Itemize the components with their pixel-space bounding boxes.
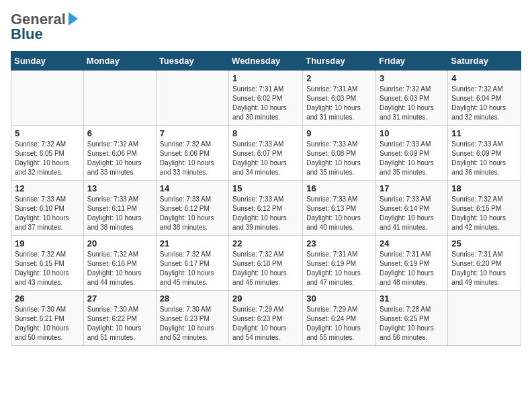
day-number: 17	[380, 183, 444, 193]
day-info: Sunrise: 7:30 AM Sunset: 6:21 PM Dayligh…	[15, 305, 80, 342]
day-info: Sunrise: 7:32 AM Sunset: 6:06 PM Dayligh…	[160, 140, 225, 177]
day-info: Sunrise: 7:33 AM Sunset: 6:09 PM Dayligh…	[380, 140, 444, 177]
day-info: Sunrise: 7:33 AM Sunset: 6:07 PM Dayligh…	[232, 140, 299, 177]
calendar-cell: 27Sunrise: 7:30 AM Sunset: 6:22 PM Dayli…	[83, 291, 156, 346]
calendar-cell: 25Sunrise: 7:31 AM Sunset: 6:20 PM Dayli…	[448, 236, 521, 291]
day-info: Sunrise: 7:33 AM Sunset: 6:12 PM Dayligh…	[232, 195, 299, 232]
calendar-cell: 20Sunrise: 7:32 AM Sunset: 6:16 PM Dayli…	[83, 236, 156, 291]
day-info: Sunrise: 7:33 AM Sunset: 6:12 PM Dayligh…	[160, 195, 225, 232]
day-number: 12	[15, 183, 80, 193]
day-number: 15	[232, 183, 299, 193]
calendar-cell	[11, 71, 84, 126]
day-info: Sunrise: 7:32 AM Sunset: 6:03 PM Dayligh…	[380, 85, 444, 122]
calendar-cell: 19Sunrise: 7:32 AM Sunset: 6:15 PM Dayli…	[11, 236, 84, 291]
calendar-cell: 15Sunrise: 7:33 AM Sunset: 6:12 PM Dayli…	[229, 181, 303, 236]
calendar-cell: 14Sunrise: 7:33 AM Sunset: 6:12 PM Dayli…	[156, 181, 228, 236]
weekday-header-friday: Friday	[376, 52, 448, 71]
calendar-cell: 23Sunrise: 7:31 AM Sunset: 6:19 PM Dayli…	[303, 236, 376, 291]
calendar-cell	[156, 71, 228, 126]
calendar-cell	[83, 71, 156, 126]
day-info: Sunrise: 7:32 AM Sunset: 6:04 PM Dayligh…	[451, 85, 517, 122]
calendar-cell: 29Sunrise: 7:29 AM Sunset: 6:23 PM Dayli…	[229, 291, 303, 346]
day-number: 27	[87, 293, 152, 304]
day-number: 4	[451, 73, 517, 83]
day-info: Sunrise: 7:29 AM Sunset: 6:24 PM Dayligh…	[306, 305, 372, 342]
calendar-cell: 31Sunrise: 7:28 AM Sunset: 6:25 PM Dayli…	[376, 291, 448, 346]
day-info: Sunrise: 7:31 AM Sunset: 6:03 PM Dayligh…	[306, 85, 372, 122]
day-info: Sunrise: 7:31 AM Sunset: 6:20 PM Dayligh…	[451, 250, 517, 287]
calendar-cell: 12Sunrise: 7:33 AM Sunset: 6:10 PM Dayli…	[11, 181, 84, 236]
day-info: Sunrise: 7:32 AM Sunset: 6:06 PM Dayligh…	[87, 140, 152, 177]
day-number: 30	[306, 293, 372, 304]
day-number: 20	[87, 238, 152, 248]
calendar-cell: 6Sunrise: 7:32 AM Sunset: 6:06 PM Daylig…	[83, 126, 156, 181]
weekday-header-row: SundayMondayTuesdayWednesdayThursdayFrid…	[11, 52, 521, 71]
calendar-week-row: 1Sunrise: 7:31 AM Sunset: 6:02 PM Daylig…	[11, 71, 521, 126]
calendar-cell: 9Sunrise: 7:33 AM Sunset: 6:08 PM Daylig…	[303, 126, 376, 181]
calendar-cell: 16Sunrise: 7:33 AM Sunset: 6:13 PM Dayli…	[303, 181, 376, 236]
day-number: 24	[380, 238, 444, 248]
weekday-header-tuesday: Tuesday	[156, 52, 228, 71]
calendar-week-row: 12Sunrise: 7:33 AM Sunset: 6:10 PM Dayli…	[11, 181, 521, 236]
day-number: 19	[15, 238, 80, 248]
calendar-week-row: 5Sunrise: 7:32 AM Sunset: 6:05 PM Daylig…	[11, 126, 521, 181]
day-number: 16	[306, 183, 372, 193]
day-number: 25	[451, 238, 517, 248]
day-number: 21	[160, 238, 225, 248]
weekday-header-sunday: Sunday	[11, 52, 84, 71]
calendar-cell: 26Sunrise: 7:30 AM Sunset: 6:21 PM Dayli…	[11, 291, 84, 346]
day-info: Sunrise: 7:31 AM Sunset: 6:19 PM Dayligh…	[380, 250, 444, 287]
weekday-header-saturday: Saturday	[448, 52, 521, 71]
calendar-week-row: 19Sunrise: 7:32 AM Sunset: 6:15 PM Dayli…	[11, 236, 521, 291]
day-info: Sunrise: 7:32 AM Sunset: 6:16 PM Dayligh…	[87, 250, 152, 287]
day-number: 10	[380, 128, 444, 138]
day-info: Sunrise: 7:30 AM Sunset: 6:23 PM Dayligh…	[160, 305, 225, 342]
day-number: 31	[380, 293, 444, 304]
day-info: Sunrise: 7:29 AM Sunset: 6:23 PM Dayligh…	[232, 305, 299, 342]
day-info: Sunrise: 7:33 AM Sunset: 6:11 PM Dayligh…	[87, 195, 152, 232]
logo-blue-text: Blue	[11, 26, 43, 43]
day-info: Sunrise: 7:33 AM Sunset: 6:13 PM Dayligh…	[306, 195, 372, 232]
day-info: Sunrise: 7:32 AM Sunset: 6:17 PM Dayligh…	[160, 250, 225, 287]
weekday-header-monday: Monday	[83, 52, 156, 71]
weekday-header-wednesday: Wednesday	[229, 52, 303, 71]
day-info: Sunrise: 7:28 AM Sunset: 6:25 PM Dayligh…	[380, 305, 444, 342]
calendar-cell: 1Sunrise: 7:31 AM Sunset: 6:02 PM Daylig…	[229, 71, 303, 126]
day-number: 13	[87, 183, 152, 193]
day-info: Sunrise: 7:31 AM Sunset: 6:19 PM Dayligh…	[306, 250, 372, 287]
day-info: Sunrise: 7:33 AM Sunset: 6:14 PM Dayligh…	[380, 195, 444, 232]
calendar-cell: 5Sunrise: 7:32 AM Sunset: 6:05 PM Daylig…	[11, 126, 84, 181]
calendar-week-row: 26Sunrise: 7:30 AM Sunset: 6:21 PM Dayli…	[11, 291, 521, 346]
logo-arrow-icon	[69, 12, 78, 26]
calendar-cell: 10Sunrise: 7:33 AM Sunset: 6:09 PM Dayli…	[376, 126, 448, 181]
calendar-cell: 3Sunrise: 7:32 AM Sunset: 6:03 PM Daylig…	[376, 71, 448, 126]
day-number: 11	[451, 128, 517, 138]
day-number: 6	[87, 128, 152, 138]
page-header: General Blue	[11, 11, 521, 43]
calendar-cell: 28Sunrise: 7:30 AM Sunset: 6:23 PM Dayli…	[156, 291, 228, 346]
day-info: Sunrise: 7:33 AM Sunset: 6:09 PM Dayligh…	[451, 140, 517, 177]
day-info: Sunrise: 7:32 AM Sunset: 6:15 PM Dayligh…	[15, 250, 80, 287]
calendar-cell: 11Sunrise: 7:33 AM Sunset: 6:09 PM Dayli…	[448, 126, 521, 181]
calendar-cell: 2Sunrise: 7:31 AM Sunset: 6:03 PM Daylig…	[303, 71, 376, 126]
day-number: 18	[451, 183, 517, 193]
day-number: 28	[160, 293, 225, 304]
day-number: 5	[15, 128, 80, 138]
day-info: Sunrise: 7:31 AM Sunset: 6:02 PM Dayligh…	[232, 85, 299, 122]
day-number: 1	[232, 73, 299, 83]
day-number: 2	[306, 73, 372, 83]
calendar-cell: 21Sunrise: 7:32 AM Sunset: 6:17 PM Dayli…	[156, 236, 228, 291]
calendar-cell: 18Sunrise: 7:32 AM Sunset: 6:15 PM Dayli…	[448, 181, 521, 236]
day-info: Sunrise: 7:33 AM Sunset: 6:08 PM Dayligh…	[306, 140, 372, 177]
day-info: Sunrise: 7:33 AM Sunset: 6:10 PM Dayligh…	[15, 195, 80, 232]
day-info: Sunrise: 7:32 AM Sunset: 6:15 PM Dayligh…	[451, 195, 517, 232]
calendar-cell	[448, 291, 521, 346]
day-info: Sunrise: 7:30 AM Sunset: 6:22 PM Dayligh…	[87, 305, 152, 342]
day-number: 9	[306, 128, 372, 138]
day-number: 14	[160, 183, 225, 193]
day-info: Sunrise: 7:32 AM Sunset: 6:18 PM Dayligh…	[232, 250, 299, 287]
day-number: 29	[232, 293, 299, 304]
calendar-table: SundayMondayTuesdayWednesdayThursdayFrid…	[11, 51, 521, 346]
day-number: 8	[232, 128, 299, 138]
calendar-cell: 8Sunrise: 7:33 AM Sunset: 6:07 PM Daylig…	[229, 126, 303, 181]
